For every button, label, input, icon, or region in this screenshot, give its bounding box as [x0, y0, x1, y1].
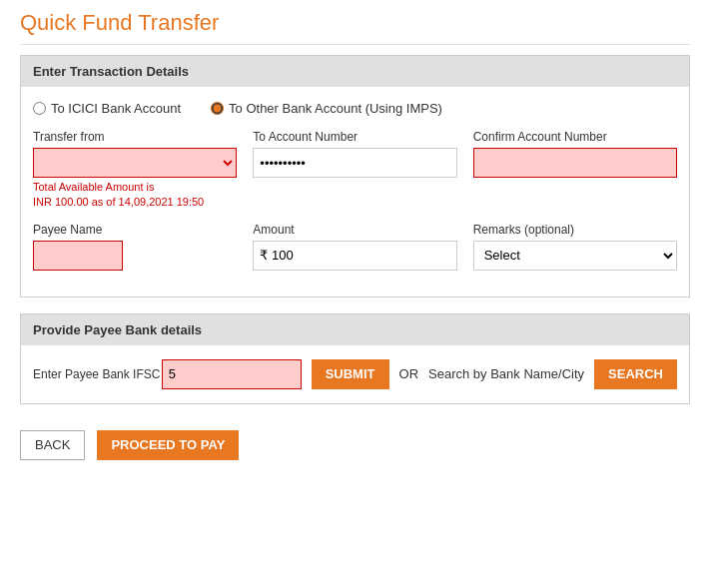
or-text: OR [399, 366, 419, 381]
transfer-from-label: Transfer from [33, 130, 237, 144]
radio-imps[interactable] [211, 102, 224, 115]
amount-group: Amount [253, 223, 456, 271]
ifsc-input[interactable] [162, 359, 302, 389]
payee-name-label: Payee Name [33, 223, 237, 237]
bank-section-header: Provide Payee Bank details [21, 314, 689, 345]
remarks-select[interactable]: Select [473, 241, 677, 271]
submit-button[interactable]: SUBMIT [312, 359, 389, 389]
search-button[interactable]: SEARCH [594, 359, 677, 389]
radio-icici-text: To ICICI Bank Account [51, 101, 181, 116]
page-title: Quick Fund Transfer [20, 10, 690, 45]
payee-name-group: Payee Name [33, 223, 237, 271]
radio-icici[interactable] [33, 102, 46, 115]
form-row-2: Payee Name Amount Remarks (optional) Sel… [33, 223, 677, 271]
amount-input[interactable] [253, 241, 456, 271]
available-amount-hint: Total Available Amount is INR 100.00 as … [33, 180, 237, 211]
transfer-from-group: Transfer from Total Available Amount is … [33, 130, 237, 211]
account-number-group: To Account Number [253, 130, 456, 178]
footer-row: BACK PROCEED TO PAY [20, 420, 690, 460]
ifsc-label: Enter Payee Bank IFSC Code* [33, 367, 152, 381]
radio-icici-label[interactable]: To ICICI Bank Account [33, 101, 181, 116]
transaction-section-header: Enter Transaction Details [21, 56, 689, 87]
ifsc-row: Enter Payee Bank IFSC Code* SUBMIT OR Se… [33, 359, 677, 389]
transaction-section: Enter Transaction Details To ICICI Bank … [20, 55, 690, 297]
amount-label: Amount [253, 223, 456, 237]
bank-section: Provide Payee Bank details Enter Payee B… [20, 313, 690, 404]
form-row-1: Transfer from Total Available Amount is … [33, 130, 677, 211]
proceed-button[interactable]: PROCEED TO PAY [97, 430, 239, 460]
account-number-label: To Account Number [253, 130, 456, 144]
remarks-group: Remarks (optional) Select [473, 223, 677, 271]
account-number-input[interactable] [253, 148, 456, 178]
transfer-from-select[interactable] [33, 148, 237, 178]
confirm-account-group: Confirm Account Number [473, 130, 677, 178]
back-button[interactable]: BACK [20, 430, 85, 460]
search-by-label: Search by Bank Name/City [428, 366, 584, 381]
payee-name-input[interactable] [33, 241, 123, 271]
radio-imps-text: To Other Bank Account (Using IMPS) [229, 101, 442, 116]
confirm-account-input[interactable] [473, 148, 677, 178]
radio-imps-label[interactable]: To Other Bank Account (Using IMPS) [211, 101, 442, 116]
transfer-type-row: To ICICI Bank Account To Other Bank Acco… [33, 101, 677, 116]
confirm-account-label: Confirm Account Number [473, 130, 677, 144]
remarks-label: Remarks (optional) [473, 223, 677, 237]
